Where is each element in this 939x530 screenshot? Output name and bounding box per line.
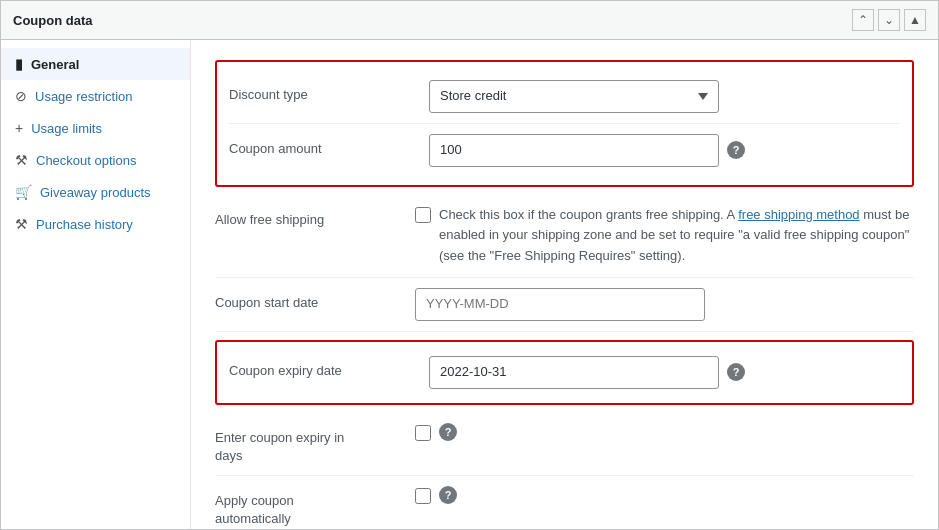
window-controls: ⌃ ⌄ ▲ [852,9,926,31]
expiry-days-checkbox[interactable] [415,425,431,441]
coupon-expiry-days-field: ? [415,423,914,441]
sidebar-item-purchase-history[interactable]: ⚒ Purchase history [1,208,190,240]
coupon-expiry-days-row: Enter coupon expiry in days ? [215,413,914,476]
purchase-icon: ⚒ [15,216,28,232]
allow-free-shipping-row: Allow free shipping Check this box if th… [215,195,914,278]
sidebar-item-label-general: General [31,57,79,72]
sidebar-item-label-usage-limits: Usage limits [31,121,102,136]
discount-type-label: Discount type [229,80,429,104]
apply-coupon-checkbox-row: ? [415,486,914,504]
general-form: Discount type Store credit Percentage di… [215,60,914,529]
apply-coupon-help-icon[interactable]: ? [439,486,457,504]
sidebar-item-label-giveaway-products: Giveaway products [40,185,151,200]
apply-coupon-field: ? [415,486,914,504]
coupon-start-date-input[interactable] [415,288,705,321]
coupon-start-date-label: Coupon start date [215,288,415,312]
coupon-amount-input[interactable] [429,134,719,167]
coupon-data-window: Coupon data ⌃ ⌄ ▲ ▮ General ⊘ Usage rest… [0,0,939,530]
free-shipping-checkbox[interactable] [415,207,431,223]
window-title: Coupon data [13,13,92,28]
coupon-expiry-help-icon[interactable]: ? [727,363,745,381]
expand-button[interactable]: ▲ [904,9,926,31]
coupon-amount-field: ? [429,134,900,167]
giveaway-icon: 🛒 [15,184,32,200]
checkout-icon: ⚒ [15,152,28,168]
general-icon: ▮ [15,56,23,72]
titlebar: Coupon data ⌃ ⌄ ▲ [1,1,938,40]
content-area: ▮ General ⊘ Usage restriction + Usage li… [1,40,938,529]
sidebar-item-checkout-options[interactable]: ⚒ Checkout options [1,144,190,176]
sidebar-item-usage-limits[interactable]: + Usage limits [1,112,190,144]
coupon-start-date-row: Coupon start date [215,278,914,332]
sidebar-item-usage-restriction[interactable]: ⊘ Usage restriction [1,80,190,112]
apply-coupon-label: Apply coupon automatically [215,486,415,528]
coupon-amount-row: Coupon amount ? [229,124,900,177]
coupon-expiry-days-label: Enter coupon expiry in days [215,423,415,465]
collapse-down-button[interactable]: ⌄ [878,9,900,31]
sidebar-item-label-usage-restriction: Usage restriction [35,89,133,104]
discount-type-select[interactable]: Store credit Percentage discount Fixed c… [429,80,719,113]
coupon-expiry-date-field: ? [429,356,900,389]
sidebar-item-label-checkout-options: Checkout options [36,153,136,168]
main-content: Discount type Store credit Percentage di… [191,40,938,529]
apply-coupon-checkbox[interactable] [415,488,431,504]
discount-type-field: Store credit Percentage discount Fixed c… [429,80,900,113]
free-shipping-checkbox-row: Check this box if the coupon grants free… [415,205,914,267]
coupon-expiry-date-row: Coupon expiry date ? [229,346,900,399]
highlighted-top-group: Discount type Store credit Percentage di… [215,60,914,187]
expiry-days-help-icon[interactable]: ? [439,423,457,441]
expiry-days-checkbox-row: ? [415,423,914,441]
discount-type-row: Discount type Store credit Percentage di… [229,70,900,124]
free-shipping-link[interactable]: free shipping method [738,207,859,222]
coupon-expiry-input-group: ? [429,356,900,389]
coupon-expiry-date-label: Coupon expiry date [229,356,429,380]
sidebar-item-label-purchase-history: Purchase history [36,217,133,232]
coupon-amount-label: Coupon amount [229,134,429,158]
restriction-icon: ⊘ [15,88,27,104]
apply-coupon-row: Apply coupon automatically ? [215,476,914,529]
sidebar: ▮ General ⊘ Usage restriction + Usage li… [1,40,191,529]
coupon-amount-input-group: ? [429,134,900,167]
coupon-start-date-field [415,288,914,321]
sidebar-item-giveaway-products[interactable]: 🛒 Giveaway products [1,176,190,208]
highlighted-expiry-group: Coupon expiry date ? [215,340,914,405]
coupon-expiry-date-input[interactable] [429,356,719,389]
sidebar-item-general[interactable]: ▮ General [1,48,190,80]
collapse-up-button[interactable]: ⌃ [852,9,874,31]
free-shipping-field: Check this box if the coupon grants free… [415,205,914,267]
allow-free-shipping-label: Allow free shipping [215,205,415,229]
free-shipping-description: Check this box if the coupon grants free… [439,205,914,267]
limits-icon: + [15,120,23,136]
coupon-amount-help-icon[interactable]: ? [727,141,745,159]
